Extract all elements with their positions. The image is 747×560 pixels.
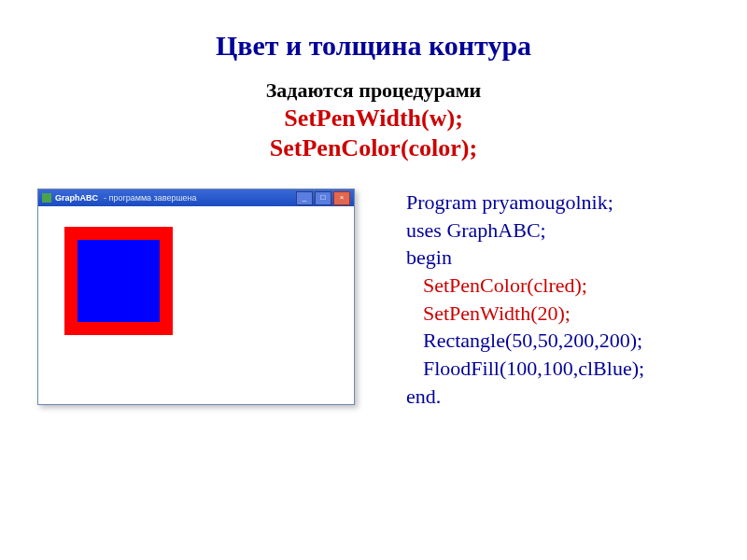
code-line: begin [406, 244, 644, 272]
content-row: GraphABC - программа завершена _ □ × Pro… [0, 189, 747, 411]
code-line: uses GraphABC; [406, 217, 644, 245]
rectangle-outline-red [64, 227, 173, 335]
graphabc-window: GraphABC - программа завершена _ □ × [37, 189, 355, 405]
minimize-button[interactable]: _ [296, 191, 313, 205]
code-line: SetPenColor(clred); [406, 272, 644, 300]
canvas-area [38, 206, 354, 404]
code-line: Rectangle(50,50,200,200); [406, 327, 644, 355]
code-line: SetPenWidth(20); [406, 300, 644, 328]
maximize-button[interactable]: □ [315, 191, 331, 205]
window-titlebar: GraphABC - программа завершена _ □ × [38, 189, 354, 206]
subtitle-block: Задаются процедурами SetPenWidth(w); Set… [0, 78, 747, 162]
app-icon [42, 193, 51, 203]
procedure-2: SetPenColor(color); [0, 134, 747, 162]
window-title: GraphABC [55, 193, 98, 203]
window-subtitle: - программа завершена [104, 193, 197, 203]
rectangle-fill-blue [78, 240, 160, 322]
code-line: end. [406, 383, 644, 411]
code-line: FloodFill(100,100,clBlue); [406, 355, 644, 383]
procedure-1: SetPenWidth(w); [0, 105, 747, 133]
code-line: Program pryamougolnik; [406, 189, 644, 217]
close-button[interactable]: × [333, 191, 350, 205]
code-listing: Program pryamougolnik; uses GraphABC; be… [406, 189, 644, 411]
slide-title: Цвет и толщина контура [0, 30, 747, 62]
subtitle-lead: Задаются процедурами [0, 78, 747, 103]
